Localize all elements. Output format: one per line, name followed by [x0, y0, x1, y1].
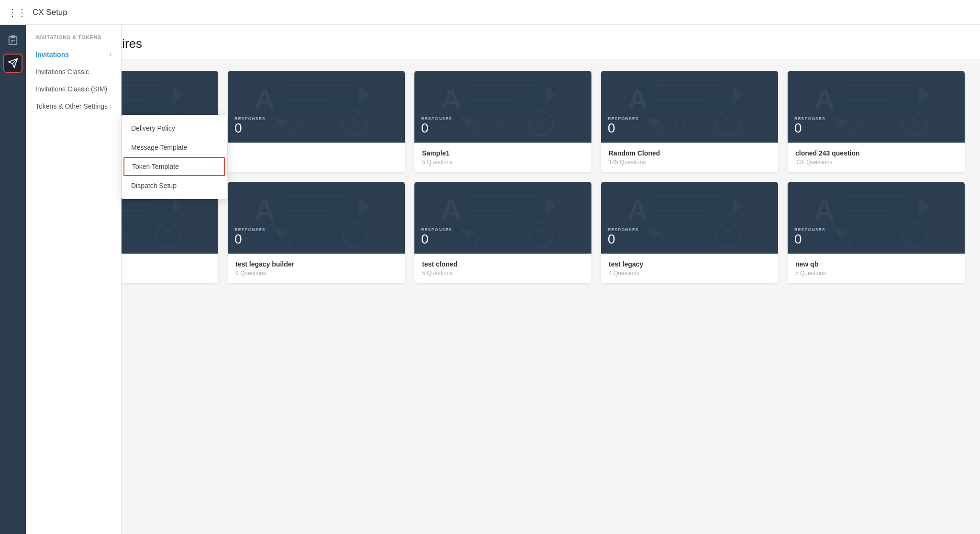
sidebar-item-invitations[interactable]: Invitations ›: [26, 46, 121, 63]
card-image: A ? ★ RESPONSES 0: [228, 182, 405, 254]
left-nav: Invitations & Tokens Invitations › Invit…: [26, 25, 122, 534]
card-name: new qb: [795, 260, 957, 268]
card-body: new qb 5 Questions: [788, 254, 965, 283]
svg-marker-9: [173, 85, 182, 104]
clipboard-sidebar-icon[interactable]: [3, 31, 22, 50]
svg-text:A: A: [627, 194, 648, 226]
card-name: cloned 243 question: [795, 149, 957, 157]
responses-count: 0: [608, 232, 771, 247]
card-image: A ? ★ RESPONSES 0: [601, 182, 778, 254]
questionnaire-card[interactable]: A ? ★ RESPONSES 0 new qb 5 Questions: [788, 182, 965, 283]
svg-marker-81: [359, 196, 369, 215]
dispatch-sidebar-icon[interactable]: [3, 54, 22, 73]
card-image: A ? ★ RESPONSES 0: [788, 71, 965, 143]
dropdown-menu: Delivery Policy Message Template Token T…: [122, 115, 227, 199]
invitations-label: Invitations: [35, 51, 69, 58]
page-header: 52 Questionnaires: [26, 25, 980, 59]
delivery-policy-label: Delivery Policy: [131, 124, 175, 132]
responses-label: RESPONSES: [794, 227, 958, 232]
responses-count: 0: [234, 121, 398, 136]
card-body: [228, 143, 405, 158]
card-questions: 338 Questions: [795, 159, 957, 166]
grid-icon[interactable]: ⋮⋮: [8, 7, 27, 18]
questionnaire-card[interactable]: A ? ★ RESPONSES 0 Sample1 5 Questions: [414, 71, 591, 172]
card-image: A ? ★ RESPONSES 0: [228, 71, 405, 143]
responses-count: 0: [794, 121, 958, 136]
invitations-classic-label: Invitations Classic: [35, 68, 89, 76]
page-title: 52 Questionnaires: [41, 36, 965, 51]
svg-marker-105: [733, 196, 742, 215]
card-name: Random Cloned: [609, 149, 770, 157]
top-bar: ⋮⋮ CX Setup: [0, 0, 980, 25]
responses-count: 0: [608, 121, 771, 136]
responses-label: RESPONSES: [608, 116, 771, 121]
card-body: test legacy builder 9 Questions: [228, 254, 405, 283]
dropdown-item-delivery-policy[interactable]: Delivery Policy: [122, 119, 227, 138]
responses-count: 0: [421, 121, 585, 136]
card-questions: 4 Questions: [609, 270, 770, 277]
responses-label: RESPONSES: [421, 227, 585, 232]
responses-label: RESPONSES: [794, 116, 958, 121]
svg-text:A: A: [441, 83, 461, 115]
dropdown-item-token-template[interactable]: Token Template: [123, 157, 225, 176]
svg-text:A: A: [441, 194, 461, 226]
card-name: test legacy builder: [235, 260, 397, 268]
questionnaire-card[interactable]: A ? ★ RESPONSES 0 Random Cloned 145 Ques…: [601, 71, 778, 172]
card-image: A ? ★ RESPONSES 0: [601, 71, 778, 143]
card-name: test legacy: [609, 260, 770, 268]
card-questions: 5 Questions: [422, 270, 584, 277]
chevron-right-icon: ›: [110, 51, 111, 58]
svg-marker-117: [919, 196, 929, 215]
card-image: A ? ★ RESPONSES 0: [788, 182, 965, 254]
invitations-classic-sim-label: Invitations Classic (SIM): [35, 85, 107, 93]
dropdown-item-message-template[interactable]: Message Template: [122, 138, 227, 157]
sidebar: [0, 25, 26, 534]
card-name: test cloned: [422, 260, 584, 268]
sidebar-item-invitations-classic-sim[interactable]: Invitations Classic (SIM): [26, 80, 121, 98]
main-content: 52 Questionnaires A ? ★ RESPONSES 0: [26, 25, 980, 534]
responses-count: 0: [794, 232, 958, 247]
responses-count: 0: [421, 232, 585, 247]
card-body: cloned 243 question 338 Questions: [788, 143, 965, 172]
svg-marker-45: [733, 85, 742, 104]
svg-text:A: A: [627, 83, 648, 115]
card-body: Random Cloned 145 Questions: [601, 143, 778, 172]
svg-text:A: A: [814, 83, 835, 115]
svg-marker-33: [546, 85, 556, 104]
card-body: Sample1 5 Questions: [414, 143, 591, 172]
dispatch-setup-label: Dispatch Setup: [131, 182, 177, 189]
responses-label: RESPONSES: [234, 116, 398, 121]
tokens-label: Tokens & Other Settings: [35, 102, 108, 110]
card-image: A ? ★ RESPONSES 0: [414, 182, 591, 254]
sidebar-item-tokens[interactable]: Tokens & Other Settings ›: [26, 98, 121, 115]
app-title: CX Setup: [33, 8, 67, 17]
questionnaire-card[interactable]: A ? ★ RESPONSES 0 cloned 243 question 33…: [788, 71, 965, 172]
svg-text:A: A: [254, 194, 275, 226]
svg-text:A: A: [254, 83, 275, 115]
questionnaire-card[interactable]: A ? ★ RESPONSES 0: [228, 71, 405, 172]
sidebar-item-invitations-classic[interactable]: Invitations Classic: [26, 63, 121, 80]
left-nav-section-title: Invitations & Tokens: [26, 34, 121, 46]
svg-text:A: A: [814, 194, 835, 226]
svg-marker-57: [919, 85, 929, 104]
questionnaire-card[interactable]: A ? ★ RESPONSES 0 test legacy builder 9 …: [228, 182, 405, 283]
card-image: A ? ★ RESPONSES 0: [414, 71, 591, 143]
token-template-label: Token Template: [132, 163, 179, 170]
card-questions: 145 Questions: [609, 159, 770, 166]
responses-label: RESPONSES: [234, 227, 398, 232]
svg-marker-21: [359, 85, 369, 104]
responses-label: RESPONSES: [421, 116, 585, 121]
questionnaire-card[interactable]: A ? ★ RESPONSES 0 test cloned 5 Question…: [414, 182, 591, 283]
responses-label: RESPONSES: [608, 227, 771, 232]
svg-marker-69: [173, 196, 182, 215]
questionnaire-card[interactable]: A ? ★ RESPONSES 0 test legacy 4 Question…: [601, 182, 778, 283]
responses-count: 0: [234, 232, 398, 247]
svg-marker-93: [546, 196, 556, 215]
message-template-label: Message Template: [131, 144, 187, 151]
dropdown-item-dispatch-setup[interactable]: Dispatch Setup: [122, 176, 227, 195]
card-questions: 5 Questions: [422, 159, 584, 166]
card-questions: 5 Questions: [795, 270, 957, 277]
tokens-chevron-icon: ›: [110, 103, 111, 110]
card-body: test legacy 4 Questions: [601, 254, 778, 283]
card-name: Sample1: [422, 149, 584, 157]
